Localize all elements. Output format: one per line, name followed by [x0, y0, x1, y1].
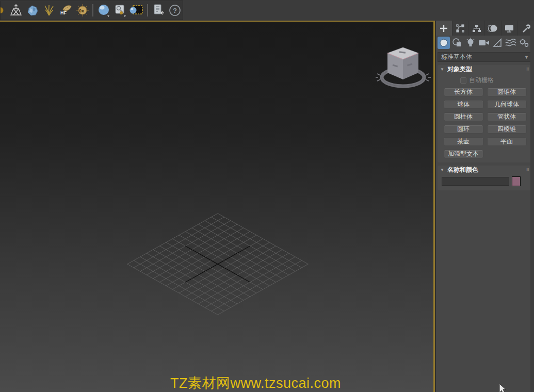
primitive-buttons: 长方体 圆锥体 球体 几何球体 圆柱体 管状体 圆环 四棱锥 茶壶 平面 加强型…	[438, 88, 532, 158]
pyramid-button[interactable]: 四棱锥	[487, 125, 527, 134]
toolbar-separator	[147, 4, 148, 17]
autogrid-row: 自动栅格	[460, 76, 532, 85]
mouse-cursor	[495, 383, 506, 392]
help-icon: ?	[168, 4, 182, 17]
plane-button[interactable]: 平面	[487, 137, 527, 146]
svg-text:?: ?	[173, 7, 177, 14]
autogrid-label: 自动栅格	[469, 76, 494, 85]
utilities-wrench-icon	[521, 24, 530, 33]
helpers-setsquare-icon	[492, 38, 503, 48]
toolbar-camera-match-button[interactable]	[8, 2, 24, 19]
tab-motion[interactable]	[485, 21, 501, 36]
cone-button[interactable]: 圆锥体	[487, 88, 527, 96]
tube-button[interactable]: 管状体	[487, 112, 527, 121]
category-cameras[interactable]	[478, 37, 490, 49]
hierarchy-icon	[472, 24, 481, 33]
modify-icon	[456, 24, 465, 33]
rollout-title: 名称和颜色	[447, 166, 478, 174]
primitive-type-value: 标准基本体	[441, 53, 472, 61]
teapot-button[interactable]: 茶壶	[444, 137, 483, 146]
create-categories	[436, 36, 534, 50]
svg-text:0x: 0x	[79, 8, 84, 13]
toolbar-material-editor-button[interactable]	[95, 2, 112, 19]
category-shapes[interactable]	[451, 37, 463, 49]
watermark-text: TZ素材网www.tzsucai.com	[170, 374, 341, 392]
toolbar-gold-sphere-button[interactable]	[1, 2, 8, 19]
toolbar-foliage-button[interactable]	[41, 2, 57, 19]
camera-match-icon	[9, 4, 23, 17]
sphere-button[interactable]: 球体	[444, 100, 483, 109]
textplus-button[interactable]: 加强型文本	[444, 150, 483, 158]
object-type-rollout-header[interactable]: ▼ 对象类型 ⠿	[438, 65, 532, 74]
view-cube-box[interactable]	[387, 47, 418, 79]
torus-button[interactable]: 圆环	[444, 125, 483, 134]
3dsmax-window: HF 0x	[0, 0, 534, 392]
rollout-collapse-icon: ▼	[440, 67, 444, 72]
schematic-document-icon	[152, 4, 165, 17]
lights-bulb-icon	[466, 38, 475, 48]
command-panel: 标准基本体 ▼ ▼ 对象类型 ⠿ 自动栅格 长方体 圆锥体 球体 几何球体 圆柱…	[435, 21, 534, 392]
home-grid	[0, 22, 433, 392]
main-toolbar: HF 0x	[0, 0, 534, 21]
material-sphere-icon	[97, 4, 110, 17]
display-icon	[505, 24, 514, 33]
name-color-rollout-header[interactable]: ▼ 名称和颜色 ⠿	[438, 166, 532, 174]
hairball-icon: 0x	[75, 4, 89, 17]
category-space-warps[interactable]	[505, 37, 517, 49]
rollout-grip-icon: ⠿	[526, 67, 530, 72]
object-type-rollout: ▼ 对象类型 ⠿ 自动栅格 长方体 圆锥体 球体 几何球体 圆柱体 管状体 圆环…	[438, 65, 532, 162]
rollout-title: 对象类型	[447, 65, 472, 74]
category-systems[interactable]	[518, 37, 530, 49]
create-plus-icon	[439, 24, 448, 33]
toolbar-hair-fur-button[interactable]: HF	[57, 2, 74, 19]
name-color-rollout: ▼ 名称和颜色 ⠿	[438, 166, 532, 190]
geosphere-button[interactable]: 几何球体	[487, 100, 527, 109]
category-geometry[interactable]	[438, 37, 450, 49]
category-lights[interactable]	[464, 37, 477, 49]
rock-icon	[26, 4, 39, 17]
toolbar-help-button[interactable]: ?	[167, 2, 183, 19]
chevron-down-icon: ▼	[524, 55, 529, 60]
toolbar-rock-button[interactable]	[24, 2, 41, 19]
space-warps-icon	[505, 38, 516, 47]
rendered-frame-icon	[130, 4, 144, 17]
toolbar-rendered-frame-button[interactable]	[128, 2, 145, 19]
panel-resize-edge[interactable]	[530, 21, 534, 392]
command-panel-tabs	[436, 21, 534, 36]
name-color-row	[438, 174, 532, 186]
tab-create[interactable]	[436, 21, 452, 36]
box-button[interactable]: 长方体	[444, 88, 483, 96]
cylinder-button[interactable]: 圆柱体	[444, 112, 483, 121]
svg-text:HF: HF	[60, 10, 67, 15]
gold-sphere-icon	[1, 2, 8, 19]
hair-fur-icon: HF	[59, 4, 72, 17]
rollout-collapse-icon: ▼	[440, 168, 444, 172]
primitive-type-dropdown[interactable]: 标准基本体 ▼	[438, 52, 532, 62]
view-cube[interactable]	[375, 32, 432, 89]
geometry-icon	[439, 38, 448, 47]
autogrid-checkbox[interactable]	[460, 77, 466, 84]
color-swatch[interactable]	[512, 176, 521, 186]
perspective-viewport[interactable]: TZ素材网www.tzsucai.com	[0, 21, 435, 392]
systems-gears-icon	[519, 38, 529, 48]
motion-icon	[488, 24, 498, 33]
toolbar-render-setup-button[interactable]	[112, 2, 128, 19]
object-name-input[interactable]	[442, 177, 509, 186]
extras-toolbar: HF 0x	[0, 1, 183, 20]
toolbar-schematic-button[interactable]	[150, 2, 167, 19]
tab-hierarchy[interactable]	[468, 21, 484, 36]
render-setup-icon	[114, 4, 127, 17]
tab-modify[interactable]	[452, 21, 468, 36]
toolbar-hairball-button[interactable]: 0x	[74, 2, 90, 19]
foliage-icon	[42, 4, 56, 17]
toolbar-separator	[92, 4, 93, 17]
shapes-icon	[452, 38, 462, 48]
cameras-icon	[478, 39, 490, 47]
tab-display[interactable]	[501, 21, 517, 36]
category-helpers[interactable]	[491, 37, 504, 49]
rollout-grip-icon: ⠿	[526, 168, 530, 172]
